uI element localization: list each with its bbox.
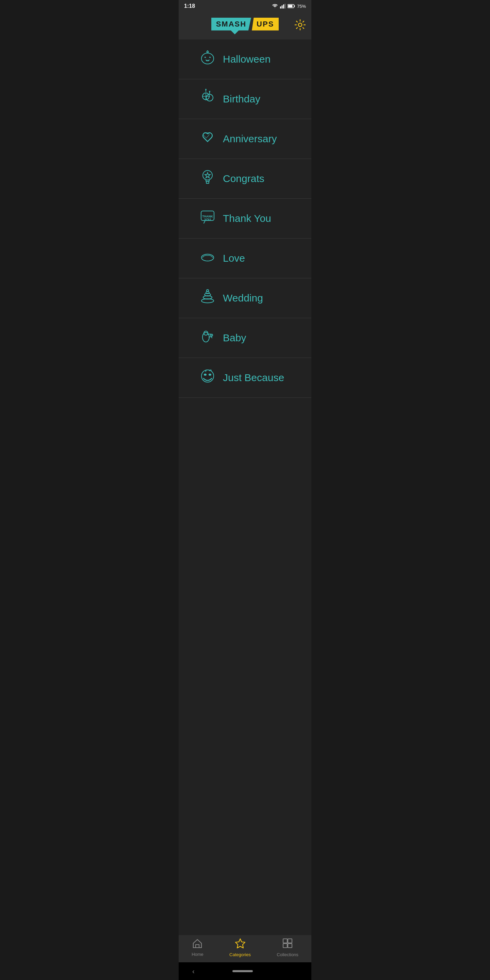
- category-item-wedding[interactable]: Wedding: [179, 278, 311, 318]
- svg-rect-3: [285, 4, 285, 8]
- signal-icon: [280, 4, 285, 8]
- svg-rect-0: [280, 6, 281, 8]
- logo-smash: SMASH: [216, 20, 247, 28]
- svg-rect-39: [196, 945, 199, 948]
- wedding-label: Wedding: [223, 292, 291, 304]
- baby-icon: [199, 328, 216, 348]
- category-item-halloween[interactable]: Halloween: [179, 40, 311, 79]
- svg-rect-20: [206, 180, 209, 181]
- categories-icon: [235, 938, 245, 951]
- love-icon: [199, 248, 216, 269]
- nav-item-home[interactable]: Home: [192, 939, 204, 957]
- battery-percent: 75%: [297, 4, 306, 9]
- svg-point-32: [207, 290, 208, 292]
- birthday-label: Birthday: [223, 93, 291, 105]
- anniversary-icon: [199, 129, 216, 149]
- svg-rect-44: [288, 943, 292, 948]
- nav-collections-label: Collections: [277, 952, 298, 957]
- svg-point-15: [209, 91, 210, 92]
- nav-item-categories[interactable]: Categories: [229, 938, 251, 957]
- svg-point-7: [298, 23, 302, 27]
- congrats-icon: [199, 169, 216, 189]
- love-label: Love: [223, 253, 291, 264]
- svg-point-8: [202, 53, 214, 64]
- svg-point-14: [205, 89, 207, 90]
- status-time: 1:18: [184, 3, 195, 9]
- status-bar: 1:18 75%: [179, 0, 311, 12]
- settings-button[interactable]: [294, 19, 306, 33]
- category-list: Halloween Birthday Anniversary: [179, 40, 311, 935]
- thank-you-icon: THANK YOU: [199, 208, 216, 229]
- svg-rect-41: [283, 939, 287, 943]
- nav-categories-label: Categories: [229, 952, 251, 957]
- svg-rect-2: [283, 5, 284, 8]
- nav-item-collections[interactable]: Collections: [277, 938, 298, 957]
- bottom-nav: Home Categories Collections: [179, 935, 311, 962]
- category-item-just-because[interactable]: Just Because: [179, 358, 311, 398]
- svg-rect-1: [282, 5, 282, 8]
- anniversary-label: Anniversary: [223, 133, 291, 145]
- logo-ups: UPS: [256, 20, 274, 28]
- just-because-label: Just Because: [223, 372, 291, 383]
- app-logo: SMASH UPS: [211, 18, 279, 34]
- category-item-baby[interactable]: Baby: [179, 318, 311, 358]
- category-item-thank-you[interactable]: THANK YOU Thank You: [179, 199, 311, 239]
- category-item-love[interactable]: Love: [179, 239, 311, 278]
- svg-point-37: [204, 374, 207, 375]
- category-item-congrats[interactable]: Congrats: [179, 159, 311, 199]
- svg-point-38: [208, 374, 211, 375]
- wifi-icon: [272, 4, 278, 8]
- svg-point-27: [202, 254, 214, 261]
- svg-marker-19: [205, 172, 210, 178]
- svg-marker-40: [235, 939, 245, 948]
- home-indicator[interactable]: [232, 970, 253, 972]
- halloween-icon: [199, 49, 216, 69]
- home-icon: [192, 939, 202, 950]
- svg-rect-6: [288, 5, 292, 8]
- category-item-birthday[interactable]: Birthday: [179, 79, 311, 119]
- back-button[interactable]: ‹: [192, 967, 195, 975]
- system-nav-bar: ‹: [179, 962, 311, 980]
- halloween-label: Halloween: [223, 53, 291, 65]
- birthday-icon: [199, 89, 216, 109]
- thank-you-label: Thank You: [223, 213, 291, 224]
- header: SMASH UPS: [179, 12, 311, 40]
- svg-rect-5: [294, 5, 295, 7]
- baby-label: Baby: [223, 332, 291, 344]
- collections-icon: [282, 938, 293, 951]
- congrats-label: Congrats: [223, 173, 291, 185]
- wedding-icon: [199, 288, 216, 308]
- svg-point-33: [202, 332, 209, 342]
- battery-icon: [288, 4, 295, 8]
- svg-point-13: [206, 94, 213, 101]
- category-item-anniversary[interactable]: Anniversary: [179, 119, 311, 159]
- svg-rect-43: [283, 943, 287, 948]
- svg-rect-42: [288, 939, 292, 943]
- status-icons: 75%: [272, 4, 306, 9]
- nav-home-label: Home: [192, 952, 204, 957]
- just-because-icon: [199, 368, 216, 388]
